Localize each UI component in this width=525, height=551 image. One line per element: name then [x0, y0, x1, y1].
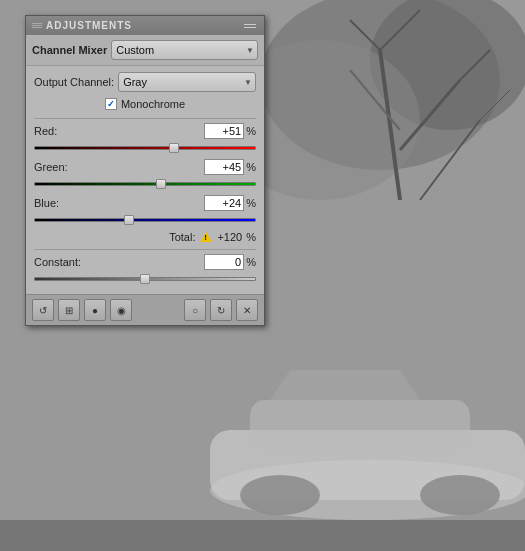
constant-value-wrapper: % — [89, 254, 256, 270]
divider-1 — [34, 118, 256, 119]
green-label: Green: — [34, 161, 79, 173]
red-value-wrapper: % — [79, 123, 256, 139]
panel-body: Output Channel: Gray Red Green Blue ▼ Mo… — [26, 66, 264, 294]
monochrome-checkbox[interactable] — [105, 98, 117, 110]
adjustments-panel: ADJUSTMENTS Channel Mixer Custom Black &… — [25, 15, 265, 326]
constant-track-wrapper[interactable] — [34, 272, 256, 284]
blue-pct: % — [246, 197, 256, 209]
green-track-wrapper[interactable] — [34, 177, 256, 189]
divider-2 — [34, 249, 256, 250]
red-track-wrapper[interactable] — [34, 141, 256, 153]
red-pct: % — [246, 125, 256, 137]
blue-slider-row: Blue: % — [34, 195, 256, 225]
constant-slider-top: Constant: % — [34, 254, 256, 270]
total-row: Total: +120 % — [34, 231, 256, 243]
panel-title: ADJUSTMENTS — [46, 20, 132, 31]
green-value-wrapper: % — [79, 159, 256, 175]
constant-label: Constant: — [34, 256, 89, 268]
constant-value-input[interactable] — [204, 254, 244, 270]
output-channel-select[interactable]: Gray Red Green Blue — [118, 72, 256, 92]
panel-header-left: ADJUSTMENTS — [32, 20, 132, 31]
panel-header: ADJUSTMENTS — [26, 16, 264, 35]
constant-pct: % — [246, 256, 256, 268]
output-channel-row: Output Channel: Gray Red Green Blue ▼ — [34, 72, 256, 92]
green-thumb[interactable] — [156, 179, 166, 189]
total-label: Total: — [169, 231, 195, 243]
preset-label: Channel Mixer — [32, 44, 107, 56]
clip-button[interactable]: ⊞ — [58, 299, 80, 321]
green-slider-row: Green: % — [34, 159, 256, 189]
circle-button[interactable]: ● — [84, 299, 106, 321]
green-value-input[interactable] — [204, 159, 244, 175]
output-channel-label: Output Channel: — [34, 76, 114, 88]
eye-button[interactable]: ◉ — [110, 299, 132, 321]
svg-marker-16 — [270, 370, 420, 400]
monochrome-row: Monochrome — [34, 98, 256, 110]
blue-thumb[interactable] — [124, 215, 134, 225]
panel-menu-button[interactable] — [244, 21, 258, 31]
red-slider-row: Red: % — [34, 123, 256, 153]
total-pct: % — [246, 231, 256, 243]
output-channel-select-wrapper[interactable]: Gray Red Green Blue ▼ — [118, 72, 256, 92]
reset-button[interactable]: ↺ — [32, 299, 54, 321]
panel-toolbar: ↺ ⊞ ● ◉ ○ ↻ ✕ — [26, 294, 264, 325]
blue-track — [34, 218, 256, 222]
green-pct: % — [246, 161, 256, 173]
warning-triangle — [200, 232, 212, 242]
preset-select-wrapper[interactable]: Custom Black & White with Red Filter Bla… — [111, 40, 258, 60]
blue-value-wrapper: % — [79, 195, 256, 211]
mask-button[interactable]: ○ — [184, 299, 206, 321]
delete-button[interactable]: ✕ — [236, 299, 258, 321]
constant-slider-row: Constant: % — [34, 254, 256, 284]
blue-track-wrapper[interactable] — [34, 213, 256, 225]
refresh-button[interactable]: ↻ — [210, 299, 232, 321]
blue-value-input[interactable] — [204, 195, 244, 211]
svg-rect-15 — [250, 400, 470, 450]
total-value: +120 — [217, 231, 242, 243]
green-slider-top: Green: % — [34, 159, 256, 175]
red-track — [34, 146, 256, 150]
warning-icon — [199, 231, 213, 243]
red-slider-top: Red: % — [34, 123, 256, 139]
monochrome-label: Monochrome — [121, 98, 185, 110]
preset-row: Channel Mixer Custom Black & White with … — [26, 35, 264, 66]
preset-select[interactable]: Custom Black & White with Red Filter Bla… — [111, 40, 258, 60]
blue-slider-top: Blue: % — [34, 195, 256, 211]
green-track — [34, 182, 256, 186]
red-value-input[interactable] — [204, 123, 244, 139]
blue-label: Blue: — [34, 197, 79, 209]
red-label: Red: — [34, 125, 79, 137]
red-thumb[interactable] — [169, 143, 179, 153]
constant-thumb[interactable] — [140, 274, 150, 284]
panel-grip[interactable] — [32, 23, 42, 28]
svg-rect-19 — [0, 520, 525, 551]
svg-point-17 — [240, 475, 320, 515]
svg-point-18 — [420, 475, 500, 515]
